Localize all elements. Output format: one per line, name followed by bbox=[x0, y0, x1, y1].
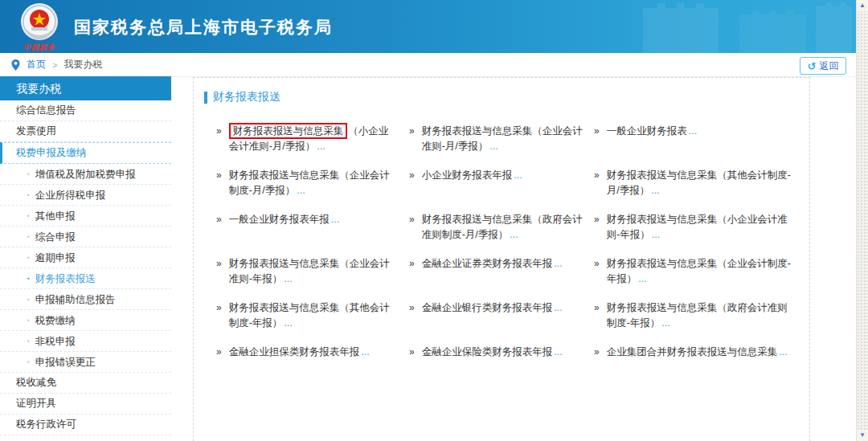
bullet-icon: ▪ bbox=[27, 275, 30, 282]
sidebar-item-tax-payment[interactable]: ▪税费缴纳 bbox=[0, 310, 171, 331]
service-link[interactable]: »财务报表报送与信息采集（企业会计准则-年报）... bbox=[216, 256, 398, 287]
sidebar-menu: 我要办税 综合信息报告 发票使用 税费申报及缴纳 ▪增值税及附加税费申报 ▪企业… bbox=[0, 76, 171, 435]
service-link[interactable]: »金融企业证券类财务报表年报... bbox=[409, 256, 583, 287]
more-link[interactable]: ... bbox=[554, 302, 562, 313]
bullet-icon: ▪ bbox=[27, 296, 30, 303]
more-link[interactable]: ... bbox=[489, 141, 497, 152]
back-button[interactable]: ↺ 返回 bbox=[800, 57, 846, 75]
breadcrumb: 首页 > 我要办税 bbox=[0, 53, 868, 77]
double-arrow-icon: » bbox=[594, 300, 600, 316]
highlight-red-box: 财务报表报送与信息采集 bbox=[229, 123, 348, 139]
back-button-label: 返回 bbox=[819, 59, 838, 73]
sidebar-item-comprehensive-info-report[interactable]: 综合信息报告 bbox=[0, 100, 171, 121]
service-link[interactable]: »财务报表报送与信息采集（其他会计制度-月/季报）... bbox=[594, 168, 792, 198]
more-link[interactable]: ... bbox=[689, 125, 697, 137]
more-link[interactable]: ... bbox=[652, 229, 660, 240]
sidebar-item-overdue-declaration[interactable]: ▪逾期申报 bbox=[0, 247, 171, 268]
service-link-financial-report-small-enterprise-monthly[interactable]: »财务报表报送与信息采集（小企业会计准则-月/季报）... bbox=[216, 124, 398, 154]
service-grid: »财务报表报送与信息采集（小企业会计准则-月/季报）... »财务报表报送与信息… bbox=[216, 124, 798, 360]
double-arrow-icon: » bbox=[594, 345, 600, 360]
double-arrow-icon: » bbox=[216, 168, 222, 183]
location-pin-icon bbox=[11, 59, 20, 71]
sidebar-item-tax-declaration-payment[interactable]: 税费申报及缴纳 bbox=[0, 142, 171, 164]
app-header: 中国税务 国家税务总局上海市电子税务局 bbox=[0, 0, 868, 53]
sidebar-item-certificate-issuance[interactable]: 证明开具 bbox=[0, 394, 171, 414]
sidebar-item-declaration-auxiliary-info[interactable]: ▪申报辅助信息报告 bbox=[0, 289, 171, 310]
section-title: 财务报表报送 bbox=[213, 90, 280, 104]
section-header: 财务报表报送 bbox=[204, 90, 809, 104]
more-link[interactable]: ... bbox=[651, 185, 659, 196]
double-arrow-icon: » bbox=[409, 168, 415, 183]
double-arrow-icon: » bbox=[216, 256, 222, 272]
more-link[interactable]: ... bbox=[510, 229, 518, 240]
service-link[interactable]: »财务报表报送与信息采集（企业会计制度-年报）... bbox=[594, 256, 792, 287]
bullet-icon: ▪ bbox=[27, 191, 30, 198]
tax-emblem-icon bbox=[19, 2, 59, 42]
more-link[interactable]: ... bbox=[554, 258, 562, 269]
service-link[interactable]: »财务报表报送与信息采集（企业会计准则-月/季报）... bbox=[409, 124, 583, 154]
more-link[interactable]: ... bbox=[661, 317, 669, 329]
bullet-icon: ▪ bbox=[27, 212, 30, 219]
double-arrow-icon: » bbox=[216, 300, 222, 316]
sidebar-item-corporate-income-tax[interactable]: ▪企业所得税申报 bbox=[0, 185, 171, 206]
service-link[interactable]: »财务报表报送与信息采集（政府会计准则制度-月/季报）... bbox=[409, 212, 583, 243]
service-link[interactable]: »金融企业担保类财务报表年报... bbox=[216, 345, 398, 360]
more-link[interactable]: ... bbox=[779, 346, 787, 357]
back-arrow-icon: ↺ bbox=[808, 61, 817, 71]
bullet-icon: ▪ bbox=[27, 358, 30, 365]
service-link[interactable]: »金融企业银行类财务报表年报... bbox=[409, 300, 583, 331]
double-arrow-icon: » bbox=[216, 124, 222, 139]
sidebar-item-invoice-use[interactable]: 发票使用 bbox=[0, 121, 171, 142]
vertical-scrollbar[interactable]: ▲ ▼ bbox=[856, 0, 868, 441]
site-title: 国家税务总局上海市电子税务局 bbox=[74, 16, 333, 39]
more-link[interactable]: ... bbox=[297, 185, 305, 196]
service-link[interactable]: »金融企业保险类财务报表年报... bbox=[409, 345, 583, 360]
main-content-panel: 财务报表报送 »财务报表报送与信息采集（小企业会计准则-月/季报）... »财务… bbox=[193, 77, 810, 441]
service-link[interactable]: »财务报表报送与信息采集（小企业会计准则-年报）... bbox=[594, 212, 792, 243]
service-link[interactable]: »一般企业财务报表... bbox=[594, 124, 792, 154]
double-arrow-icon: » bbox=[594, 124, 600, 139]
sidebar-item-non-tax-declaration[interactable]: ▪非税申报 bbox=[0, 331, 171, 352]
more-link[interactable]: ... bbox=[317, 141, 325, 152]
more-link[interactable]: ... bbox=[361, 346, 369, 357]
section-accent-bar bbox=[204, 92, 207, 104]
sidebar-item-declaration-error-correction[interactable]: ▪申报错误更正 bbox=[0, 352, 171, 373]
breadcrumb-current: 我要办税 bbox=[63, 58, 102, 71]
bullet-icon: ▪ bbox=[27, 337, 30, 345]
sidebar-item-comprehensive-declaration[interactable]: ▪综合申报 bbox=[0, 227, 171, 247]
double-arrow-icon: » bbox=[409, 124, 415, 139]
bullet-icon: ▪ bbox=[27, 254, 30, 261]
double-arrow-icon: » bbox=[409, 256, 415, 272]
double-arrow-icon: » bbox=[409, 300, 415, 316]
more-link[interactable]: ... bbox=[514, 169, 522, 181]
more-link[interactable]: ... bbox=[638, 273, 646, 284]
more-link[interactable]: ... bbox=[284, 273, 292, 284]
double-arrow-icon: » bbox=[594, 168, 600, 183]
service-link[interactable]: »一般企业财务报表年报... bbox=[216, 212, 398, 243]
bullet-icon: ▪ bbox=[27, 316, 30, 324]
more-link[interactable]: ... bbox=[554, 346, 562, 357]
sidebar-item-other-declaration[interactable]: ▪其他申报 bbox=[0, 206, 171, 227]
double-arrow-icon: » bbox=[409, 345, 415, 360]
double-arrow-icon: » bbox=[409, 212, 415, 227]
service-link[interactable]: »财务报表报送与信息采集（其他会计制度-年报）... bbox=[216, 300, 398, 331]
service-link[interactable]: »小企业财务报表年报... bbox=[409, 168, 583, 198]
service-link[interactable]: »财务报表报送与信息采集（政府会计准则制度-年报）... bbox=[594, 300, 792, 331]
emblem-caption: 中国税务 bbox=[13, 43, 66, 53]
bullet-icon: ▪ bbox=[27, 170, 30, 178]
more-link[interactable]: ... bbox=[331, 214, 339, 225]
sidebar-item-tax-reduction[interactable]: 税收减免 bbox=[0, 373, 171, 394]
service-link[interactable]: »财务报表报送与信息采集（企业会计制度-月/季报）... bbox=[216, 168, 398, 198]
scrollbar-down-arrow-icon[interactable]: ▼ bbox=[857, 430, 868, 441]
sidebar-item-financial-report-submission[interactable]: ▪财务报表报送 bbox=[0, 268, 171, 289]
service-link[interactable]: »企业集团合并财务报表报送与信息采集... bbox=[594, 345, 792, 360]
sidebar-header-wo-yao-ban-shui[interactable]: 我要办税 bbox=[0, 76, 171, 100]
sidebar-item-vat-surcharge[interactable]: ▪增值税及附加税费申报 bbox=[0, 164, 171, 185]
breadcrumb-home-link[interactable]: 首页 bbox=[27, 58, 46, 71]
more-link[interactable]: ... bbox=[284, 317, 292, 329]
breadcrumb-separator: > bbox=[52, 60, 57, 70]
double-arrow-icon: » bbox=[216, 212, 222, 227]
tax-bureau-logo: 中国税务 bbox=[13, 2, 66, 51]
scrollbar-up-arrow-icon[interactable]: ▲ bbox=[857, 0, 868, 11]
sidebar-item-tax-administrative-license[interactable]: 税务行政许可 bbox=[0, 414, 171, 435]
